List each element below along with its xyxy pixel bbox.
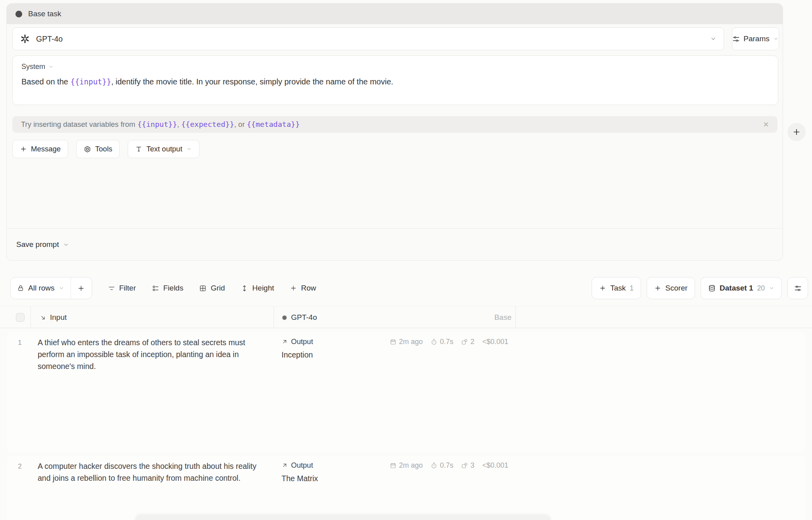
timestamp: 2m ago (390, 338, 423, 346)
chevron-down-icon (773, 36, 779, 42)
input-cell[interactable]: A thief who enters the dreams of others … (38, 336, 270, 372)
banner-var-metadata: {{metadata}} (247, 120, 300, 128)
output-label-group: Output (282, 337, 313, 346)
save-prompt-row: Save prompt (7, 228, 783, 260)
chevron-down-icon[interactable] (63, 242, 69, 248)
tools-label: Tools (95, 145, 112, 153)
calendar-icon (390, 338, 396, 345)
latency: 0.7s (431, 338, 453, 346)
tools-button[interactable]: Tools (76, 140, 120, 158)
message-role-select[interactable]: System (21, 63, 54, 71)
banner-text: Try inserting dataset variables from (21, 120, 137, 128)
arrow-up-right-icon (282, 338, 288, 345)
token-count: 2 (461, 338, 474, 346)
select-all-checkbox[interactable] (16, 313, 25, 322)
text-type-icon (135, 145, 142, 153)
plus-icon (792, 128, 801, 136)
grid-icon (199, 285, 207, 292)
row-height-icon (241, 285, 248, 292)
grid-button[interactable]: Grid (199, 284, 225, 292)
task-label: Task (610, 284, 626, 292)
output-label: Output (291, 337, 313, 346)
stopwatch-icon (431, 462, 437, 469)
text-output-button[interactable]: Text output (128, 140, 199, 158)
output-text: Inception (282, 350, 508, 359)
prompt-variable: {{input}} (70, 77, 111, 86)
grid-label: Grid (211, 284, 225, 292)
output-cell[interactable]: Output 2m ago 0.7s 2 <$0.001 Inception (282, 337, 508, 359)
task-count: 1 (630, 284, 634, 292)
toolbar-right: Task 1 Scorer Dataset 1 20 (592, 277, 808, 299)
table-header: Input GPT-4o Base (0, 306, 812, 328)
output-text: The Matrix (282, 474, 508, 483)
output-cell[interactable]: Output 2m ago 0.7s 3 <$0.001 The Matrix (282, 461, 508, 483)
lock-icon (17, 285, 24, 292)
table-row[interactable]: 2 A computer hacker discovers the shocki… (7, 456, 805, 520)
base-task-panel: Base task GPT-4o Params System (6, 3, 783, 261)
divider (31, 306, 31, 328)
model-select[interactable]: GPT-4o (12, 27, 724, 50)
fields-label: Fields (163, 284, 184, 292)
dataset-label: Dataset 1 (720, 284, 753, 292)
sliders-icon (794, 285, 802, 292)
role-label: System (21, 63, 45, 71)
output-label-group: Output (282, 461, 313, 470)
task-dot-icon (282, 315, 287, 320)
fields-icon (152, 285, 159, 292)
grid-toolbar: All rows Filter Fields Grid Height Row (0, 277, 812, 300)
column-header-input[interactable]: Input (40, 306, 67, 329)
add-row-label: Row (301, 284, 316, 292)
model-name: GPT-4o (36, 34, 63, 44)
add-message-label: Message (31, 145, 61, 153)
row-number: 2 (15, 463, 25, 470)
dataset-select[interactable]: Dataset 1 20 (701, 277, 782, 299)
banner-var-input: {{input}} (137, 120, 177, 128)
system-message-card[interactable]: System Based on the {{input}}, identify … (12, 55, 778, 105)
params-button[interactable]: Params (732, 27, 779, 50)
model-column-label: GPT-4o (291, 313, 317, 322)
table-row[interactable]: 1 A thief who enters the dreams of other… (7, 332, 805, 453)
add-task-button[interactable] (787, 123, 806, 141)
prompt-action-row: Message Tools Text output (12, 140, 199, 158)
prompt-text[interactable]: Based on the {{input}}, identify the mov… (21, 77, 769, 86)
task-status-icon (15, 11, 22, 17)
column-header-model[interactable]: GPT-4o (282, 306, 317, 329)
add-view-button[interactable] (71, 277, 92, 299)
floating-bar-edge (135, 514, 551, 520)
dataset-variables-banner: Try inserting dataset variables from {{i… (12, 116, 778, 133)
add-scorer-button[interactable]: Scorer (647, 277, 695, 299)
input-column-label: Input (50, 313, 67, 322)
run-meta: 2m ago 0.7s 2 <$0.001 (390, 338, 508, 346)
all-rows-label: All rows (28, 284, 55, 292)
height-button[interactable]: Height (241, 284, 274, 292)
divider (515, 306, 516, 328)
filter-icon (108, 285, 115, 292)
task-panel-header: Base task (7, 4, 783, 24)
grid-settings-button[interactable] (787, 277, 808, 299)
cost: <$0.001 (482, 338, 508, 346)
all-rows-select[interactable]: All rows (11, 277, 71, 299)
add-message-button[interactable]: Message (12, 140, 68, 158)
chevron-down-icon (59, 285, 64, 291)
stopwatch-icon (431, 338, 437, 345)
save-prompt-button[interactable]: Save prompt (16, 240, 59, 249)
chevron-down-icon (769, 285, 774, 291)
database-icon (708, 285, 716, 292)
prompt-suffix: , identify the movie title. In your resp… (111, 77, 393, 86)
add-task-column-button[interactable]: Task 1 (592, 277, 641, 299)
cost: <$0.001 (482, 461, 508, 470)
filter-button[interactable]: Filter (108, 284, 136, 292)
plus-icon (20, 145, 27, 153)
token-count: 3 (461, 461, 474, 470)
fields-button[interactable]: Fields (152, 284, 184, 292)
add-row-button[interactable]: Row (290, 284, 316, 292)
chevron-down-icon (186, 146, 192, 152)
base-badge: Base (460, 306, 511, 329)
close-icon[interactable]: × (763, 120, 769, 129)
params-label: Params (743, 34, 769, 43)
scorer-label: Scorer (665, 284, 688, 292)
input-cell[interactable]: A computer hacker discovers the shocking… (38, 460, 270, 484)
rows-scope-control: All rows (10, 277, 92, 299)
banner-sep: , (177, 120, 181, 128)
banner-sep: , or (234, 120, 247, 128)
